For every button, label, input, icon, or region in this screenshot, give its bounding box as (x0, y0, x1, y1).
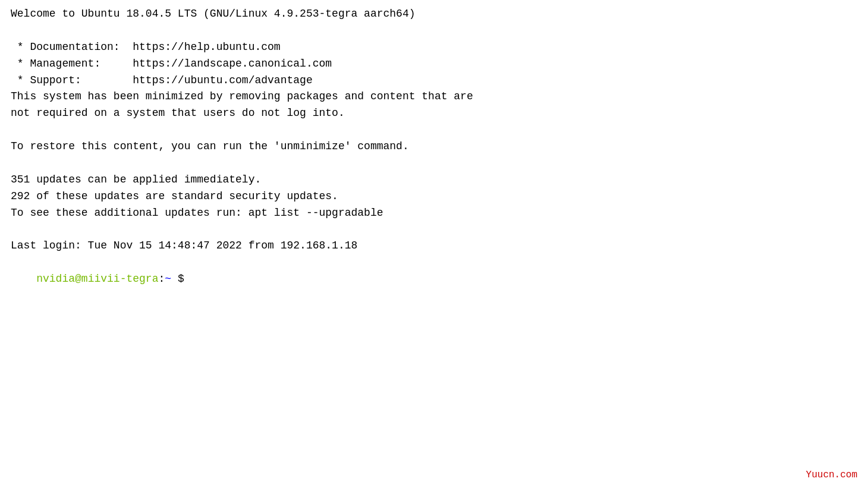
prompt-user-host: nvidia@miivii-tegra (36, 273, 158, 285)
minimized-line-2: not required on a system that users do n… (11, 105, 857, 122)
updates-line-3: To see these additional updates run: apt… (11, 205, 857, 222)
mgmt-line: * Management: https://landscape.canonica… (11, 56, 857, 73)
watermark-text: Yuucn.com (806, 470, 857, 480)
blank-line-2 (11, 122, 857, 139)
support-line: * Support: https://ubuntu.com/advantage (11, 73, 857, 89)
minimized-line-1: This system has been minimized by removi… (11, 89, 857, 105)
prompt-path: ~ (165, 273, 171, 285)
prompt-dollar-sign: $ (178, 273, 184, 285)
blank-line-3 (11, 155, 857, 172)
prompt-dollar (171, 273, 178, 285)
terminal-output: Welcome to Ubuntu 18.04.5 LTS (GNU/Linux… (11, 6, 857, 304)
prompt-colon: : (158, 273, 165, 285)
blank-line-1 (11, 23, 857, 39)
last-login-line: Last login: Tue Nov 15 14:48:47 2022 fro… (11, 238, 857, 254)
restore-line: To restore this content, you can run the… (11, 139, 857, 155)
welcome-line: Welcome to Ubuntu 18.04.5 LTS (GNU/Linux… (11, 6, 857, 23)
doc-line: * Documentation: https://help.ubuntu.com (11, 39, 857, 56)
prompt-line[interactable]: nvidia@miivii-tegra:~ $ (11, 254, 857, 304)
updates-line-1: 351 updates can be applied immediately. (11, 172, 857, 188)
watermark: Yuucn.com (806, 470, 857, 480)
blank-line-4 (11, 222, 857, 238)
updates-line-2: 292 of these updates are standard securi… (11, 188, 857, 205)
